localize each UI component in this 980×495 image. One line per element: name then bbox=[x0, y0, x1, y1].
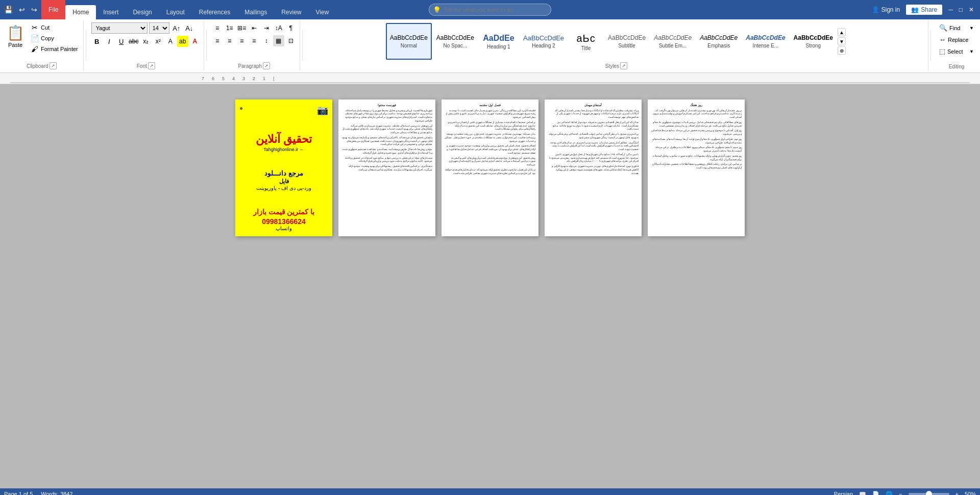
numbering-button[interactable]: 1≡ bbox=[224, 22, 235, 34]
ad-formats: ورد-پی دی اف - پاورپوینت bbox=[256, 185, 311, 191]
borders-button[interactable]: ⊡ bbox=[285, 35, 297, 46]
page-2-text-5: سمینارهای مواد: در این بخش به بررسی مواد… bbox=[341, 157, 432, 164]
quick-access-undo[interactable]: ↩ bbox=[17, 5, 27, 15]
page-4-text-4: آمارگیری: مطابق آمار رسمی سازمان مدیریت … bbox=[548, 141, 639, 152]
view-print[interactable]: 📄 bbox=[872, 491, 879, 496]
bold-button[interactable]: B bbox=[91, 36, 103, 47]
shading-button[interactable]: ▦ bbox=[273, 35, 284, 46]
page-3-text-6: در پایان این فصل، چارچوب نظری تحقیق ارائ… bbox=[445, 168, 535, 176]
word-count: Words: 3842 bbox=[41, 491, 72, 495]
line-spacing-button[interactable]: ↕ bbox=[261, 35, 272, 46]
ad-contact: واتساپ bbox=[253, 226, 315, 231]
tab-review[interactable]: Review bbox=[274, 5, 308, 19]
share-button[interactable]: 👥 Share bbox=[906, 5, 942, 15]
font-color-button[interactable]: A bbox=[189, 36, 201, 47]
tell-me-input[interactable] bbox=[429, 4, 551, 16]
paste-button[interactable]: 📋 Paste bbox=[3, 22, 28, 60]
tab-view[interactable]: View bbox=[309, 5, 336, 19]
align-center-button[interactable]: ≡ bbox=[224, 35, 235, 46]
italic-button[interactable]: I bbox=[104, 36, 115, 47]
style-normal[interactable]: AaBbCcDdEe Normal bbox=[386, 23, 432, 60]
page-3: فصل اول: مقدمه فلسفه کاربرد این مطالعه د… bbox=[442, 100, 538, 236]
superscript-button[interactable]: x² bbox=[153, 36, 164, 47]
highlight-button[interactable]: ab bbox=[177, 36, 188, 47]
view-web[interactable]: 🌐 bbox=[886, 491, 893, 496]
align-right-button[interactable]: ≡ bbox=[236, 35, 248, 46]
style-subtle-em[interactable]: AaBbCcDdEe Subtle Em... bbox=[650, 23, 695, 60]
page-2-text: شهرداری‌ها اهمیت ارزیابی و تجزیه و تحلیل… bbox=[341, 109, 432, 123]
font-grow-button[interactable]: A↑ bbox=[171, 22, 182, 34]
select-button[interactable]: ⬚ Select ▼ bbox=[936, 46, 977, 57]
paragraph-expand[interactable]: ↗ bbox=[263, 62, 270, 69]
maximize-button[interactable]: □ bbox=[959, 6, 963, 13]
replace-button[interactable]: ↔ Replace bbox=[936, 34, 977, 45]
clipboard-expand[interactable]: ↗ bbox=[50, 62, 57, 69]
font-expand[interactable]: ↗ bbox=[148, 62, 155, 69]
underline-button[interactable]: U bbox=[116, 36, 127, 47]
page-2-text-4: مواد و روش‌ها: داده‌ها از طریق پرسشنامه،… bbox=[341, 148, 432, 155]
zoom-out[interactable]: − bbox=[899, 491, 902, 495]
tab-file[interactable]: File bbox=[41, 0, 65, 19]
font-shrink-button[interactable]: A↓ bbox=[184, 22, 195, 34]
style-heading2[interactable]: AaBbCcDdEe Heading 2 bbox=[520, 23, 568, 60]
page-4-text-6: فناوری نوین: استفاده از فناوری‌های نوین … bbox=[548, 165, 639, 175]
tab-references[interactable]: References bbox=[192, 5, 237, 19]
styles-more[interactable]: ⊕ bbox=[838, 46, 846, 55]
tab-home[interactable]: Home bbox=[65, 5, 96, 19]
style-subtitle[interactable]: AaBbCcDdEe Subtitle bbox=[604, 23, 649, 60]
strikethrough-button[interactable]: abc bbox=[128, 36, 139, 47]
page-3-text-5: روش تحقیق: این پژوهش از نوع توصیفی-تحلیل… bbox=[445, 157, 535, 167]
styles-list: AaBbCcDdEe Normal AaBbCcDdEe No Spac... … bbox=[386, 22, 837, 60]
quick-access-save[interactable]: 💾 bbox=[2, 5, 15, 15]
decrease-indent-button[interactable]: ⇤ bbox=[249, 22, 260, 34]
copy-button[interactable]: 📄 Copy bbox=[29, 33, 80, 43]
quick-access-redo[interactable]: ↪ bbox=[29, 5, 39, 15]
styles-scroll-up[interactable]: ▲ bbox=[838, 28, 846, 36]
style-title[interactable]: aЬc Title bbox=[569, 23, 603, 60]
close-button[interactable]: ✕ bbox=[969, 6, 974, 13]
format-painter-icon: 🖌 bbox=[31, 45, 39, 53]
styles-expand[interactable]: ↗ bbox=[620, 62, 627, 69]
ribbon: 📋 Paste ✂ Cut 📄 Copy 🖌 Format Painter bbox=[0, 19, 980, 73]
bullets-button[interactable]: ≡ bbox=[212, 22, 223, 34]
cut-button[interactable]: ✂ Cut bbox=[29, 22, 80, 33]
view-read[interactable]: 📖 bbox=[859, 491, 866, 496]
document-area: 📷 ● تحقیق آنلاین Tahghighonline.ir ← مرج… bbox=[0, 84, 980, 488]
style-no-spacing[interactable]: AaBbCcDdEe No Spac... bbox=[433, 23, 478, 60]
ad-tagline: با کمترین قیمت بازار bbox=[253, 208, 315, 216]
font-family-select[interactable]: Yagut bbox=[91, 22, 148, 34]
multilevel-button[interactable]: ⊞≡ bbox=[236, 22, 248, 34]
justify-button[interactable]: ≡ bbox=[249, 35, 260, 46]
zoom-in[interactable]: + bbox=[955, 491, 959, 495]
find-dropdown-icon: ▼ bbox=[969, 26, 974, 31]
sign-in[interactable]: 👤 Sign in bbox=[872, 6, 900, 13]
increase-indent-button[interactable]: ⇥ bbox=[261, 22, 272, 34]
align-left-button[interactable]: ≡ bbox=[212, 35, 223, 46]
subscript-button[interactable]: x₂ bbox=[140, 36, 152, 47]
page-5-text-4: روز دوم: طراحی ابزار جمع‌آوری داده‌ها و … bbox=[651, 138, 742, 145]
style-heading1[interactable]: AaDdEe Heading 1 bbox=[479, 23, 519, 60]
tab-layout[interactable]: Layout bbox=[159, 5, 192, 19]
page-4-title: آمدهای مهمان bbox=[548, 104, 639, 108]
page-3-text: فلسفه کاربرد این مطالعه در زندگی مدرن شه… bbox=[445, 109, 535, 119]
find-button[interactable]: 🔍 Find ▼ bbox=[936, 22, 977, 33]
zoom-slider[interactable] bbox=[909, 493, 949, 495]
format-painter-button[interactable]: 🖌 Format Painter bbox=[29, 44, 80, 54]
page-4-text-5: تامین مالی: از آنجا که ۶۵٪ منابع مالی شه… bbox=[548, 153, 639, 163]
page-4-text-3: برنامه‌ریزی صحیح با در نظر گرفتن تمامی ج… bbox=[548, 133, 639, 140]
style-intense-e[interactable]: AaBbCcDdEe Intense E... bbox=[742, 23, 789, 60]
style-strong[interactable]: AaBbCcDdEe Strong bbox=[790, 23, 837, 60]
font-size-select[interactable]: 14 bbox=[149, 22, 169, 34]
tab-insert[interactable]: Insert bbox=[96, 5, 126, 19]
page-3-text-3: بیان مسئله: مهمترین مسئله در مدیریت شهری… bbox=[445, 133, 535, 143]
sort-button[interactable]: ↕A bbox=[273, 22, 284, 34]
share-icon: 👥 bbox=[911, 6, 919, 13]
tab-design[interactable]: Design bbox=[126, 5, 159, 19]
show-marks-button[interactable]: ¶ bbox=[285, 22, 297, 34]
style-emphasis[interactable]: AaBbCcDdEe Emphasis bbox=[696, 23, 741, 60]
text-effects-button[interactable]: A bbox=[165, 36, 176, 47]
styles-scroll-down[interactable]: ▼ bbox=[838, 37, 846, 45]
minimize-button[interactable]: ─ bbox=[948, 6, 953, 13]
tab-mailings[interactable]: Mailings bbox=[237, 5, 274, 19]
tell-me-icon: 💡 bbox=[433, 6, 441, 14]
